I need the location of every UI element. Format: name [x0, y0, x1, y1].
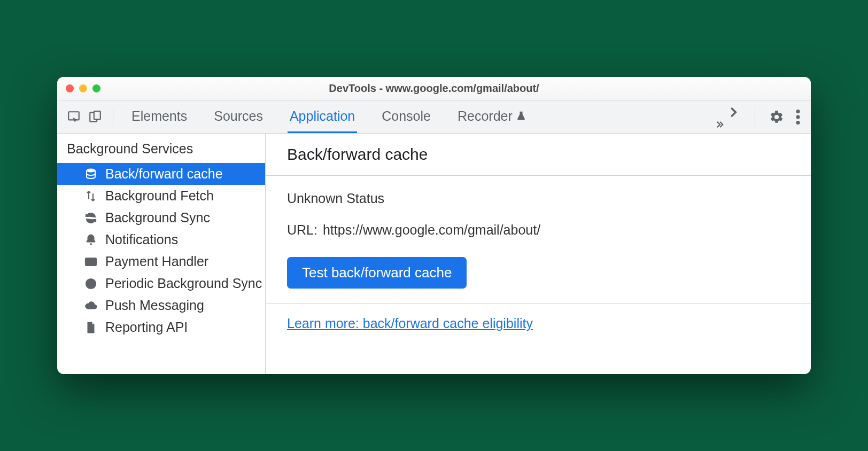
devtools-window: DevTools - www.google.com/gmail/about/ E…	[57, 77, 811, 374]
tab-recorder-label: Recorder	[458, 108, 513, 124]
sidebar-item-payment-handler[interactable]: Payment Handler	[57, 251, 265, 273]
toolbar: Elements Sources Application Console Rec…	[57, 100, 811, 134]
panel-content: Unknown Status URL: https://www.google.c…	[266, 176, 811, 304]
toolbar-divider-2	[755, 108, 755, 126]
sidebar-item-notifications[interactable]: Notifications	[57, 229, 265, 251]
maximize-window-button[interactable]	[92, 84, 100, 92]
settings-icon[interactable]	[764, 110, 789, 125]
more-tabs-button[interactable]	[723, 105, 746, 129]
cloud-icon	[84, 299, 98, 313]
bell-icon	[84, 233, 98, 247]
sidebar-item-background-sync[interactable]: Background Sync	[57, 207, 265, 229]
url-value: https://www.google.com/gmail/about/	[323, 222, 540, 238]
tab-recorder[interactable]: Recorder	[455, 100, 529, 133]
svg-point-3	[796, 110, 800, 113]
sidebar-item-label: Push Messaging	[105, 298, 204, 313]
minimize-window-button[interactable]	[79, 84, 87, 92]
sync-icon	[84, 211, 98, 225]
window-controls	[66, 84, 100, 92]
inspect-element-icon[interactable]	[65, 108, 83, 126]
panel-body-container: Background Services Back/forward cache B…	[57, 134, 811, 374]
window-title: DevTools - www.google.com/gmail/about/	[57, 82, 811, 95]
sidebar-item-reporting-api[interactable]: Reporting API	[57, 316, 265, 338]
clock-icon	[84, 277, 98, 291]
svg-point-4	[796, 115, 800, 119]
sidebar-item-background-fetch[interactable]: Background Fetch	[57, 185, 265, 207]
main-panel: Back/forward cache Unknown Status URL: h…	[266, 134, 811, 374]
sidebar-item-label: Back/forward cache	[105, 166, 223, 182]
sidebar-item-label: Background Fetch	[105, 188, 214, 204]
url-label: URL:	[287, 222, 317, 238]
test-bfcache-button[interactable]: Test back/forward cache	[287, 257, 467, 289]
status-text: Unknown Status	[287, 191, 789, 206]
sidebar-item-label: Reporting API	[105, 320, 188, 335]
learn-more-link[interactable]: Learn more: back/forward cache eligibili…	[287, 316, 533, 331]
tab-console[interactable]: Console	[379, 100, 433, 133]
file-icon	[84, 321, 98, 335]
svg-point-5	[796, 121, 800, 125]
database-icon	[84, 167, 98, 181]
sidebar-item-label: Notifications	[105, 232, 178, 247]
sidebar: Background Services Back/forward cache B…	[57, 134, 266, 374]
tab-sources[interactable]: Sources	[212, 100, 265, 133]
panel-title: Back/forward cache	[266, 134, 811, 176]
learn-more-row: Learn more: back/forward cache eligibili…	[266, 304, 811, 343]
sidebar-item-label: Periodic Background Sync	[105, 276, 262, 291]
device-toggle-icon[interactable]	[86, 108, 104, 126]
sidebar-section-title: Background Services	[57, 134, 265, 163]
kebab-menu-icon[interactable]	[793, 110, 803, 125]
titlebar: DevTools - www.google.com/gmail/about/	[57, 77, 811, 100]
panel-tabs: Elements Sources Application Console Rec…	[129, 100, 529, 133]
sidebar-item-bfcache[interactable]: Back/forward cache	[57, 163, 265, 185]
sidebar-item-push-messaging[interactable]: Push Messaging	[57, 294, 265, 316]
tab-elements[interactable]: Elements	[129, 100, 189, 133]
transfer-icon	[84, 189, 98, 203]
svg-rect-7	[86, 258, 96, 266]
tab-application[interactable]: Application	[288, 100, 357, 133]
sidebar-item-label: Background Sync	[105, 210, 210, 226]
url-row: URL: https://www.google.com/gmail/about/	[287, 222, 789, 238]
toolbar-divider	[113, 108, 113, 126]
svg-rect-2	[94, 111, 100, 119]
sidebar-item-periodic-sync[interactable]: Periodic Background Sync	[57, 273, 265, 294]
flask-icon	[516, 111, 526, 121]
card-icon	[84, 255, 98, 269]
sidebar-item-label: Payment Handler	[105, 254, 208, 269]
svg-point-6	[87, 169, 95, 172]
close-window-button[interactable]	[66, 84, 74, 92]
